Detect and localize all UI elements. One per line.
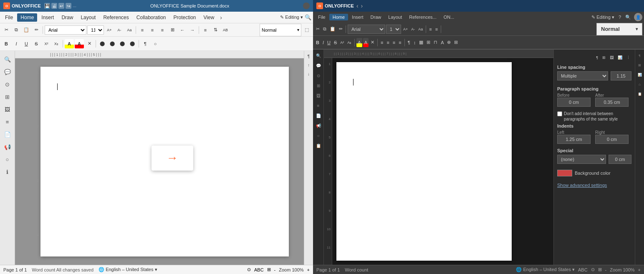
r-comment-sidebar[interactable]: 💬 xyxy=(314,61,323,70)
r-header-sidebar[interactable]: ≡ xyxy=(314,101,323,110)
align-center-button[interactable]: ⬤ xyxy=(108,39,117,48)
menu-references[interactable]: References xyxy=(100,13,132,22)
r-menu-home[interactable]: Home xyxy=(329,14,348,20)
speaker-button[interactable]: 📢 xyxy=(3,142,13,152)
r-menu-insert[interactable]: Insert xyxy=(349,14,367,20)
r-image-sidebar[interactable]: 🖼 xyxy=(314,91,323,100)
r-sub-button[interactable]: A₂ xyxy=(346,38,353,47)
image-button[interactable]: 🖼 xyxy=(3,104,13,114)
r-font-color-button[interactable]: A xyxy=(363,38,369,47)
search-button[interactable]: 🔍 xyxy=(305,14,311,20)
r-menu-draw[interactable]: Draw xyxy=(367,14,385,20)
r-menu-layout[interactable]: Layout xyxy=(385,14,405,20)
shapes-button[interactable]: ○ xyxy=(151,39,160,48)
view-mode-button[interactable]: ⊞ xyxy=(267,267,271,272)
r-drop-cap-btn[interactable]: A xyxy=(439,38,445,47)
table-settings-icon[interactable]: ⊞ xyxy=(601,53,607,62)
paragraph-marks-button[interactable]: ¶ xyxy=(141,39,150,48)
replace-button[interactable]: AB xyxy=(221,25,230,35)
selection-button[interactable]: ⬚ xyxy=(302,25,311,35)
r-size-inc[interactable]: A+ xyxy=(402,25,409,34)
r-track-sidebar[interactable]: ⊙ xyxy=(314,71,323,80)
paste-button[interactable]: 📋 xyxy=(22,25,31,35)
r-super-button[interactable]: A² xyxy=(339,38,345,47)
r-size-dec[interactable]: A- xyxy=(410,25,416,34)
r-strike-button[interactable]: S xyxy=(333,38,338,47)
numbered-list-button[interactable]: ≡ xyxy=(148,25,157,35)
decrease-indent-button[interactable]: ← xyxy=(178,25,187,35)
table-sidebar-button[interactable]: ⊞ xyxy=(3,92,13,102)
r-editing-button[interactable]: ✎ Editing ▾ xyxy=(590,13,616,22)
print-button[interactable]: 🖨 xyxy=(51,3,57,9)
r-bold-button[interactable]: B xyxy=(315,38,321,47)
menu-file[interactable]: File xyxy=(2,13,16,22)
save-button[interactable]: 💾 xyxy=(44,3,50,9)
r-doc-sidebar[interactable]: 📋 xyxy=(314,141,323,150)
zoom-button[interactable]: - xyxy=(274,267,276,272)
r-clear-button[interactable]: ✕ xyxy=(369,38,376,47)
r-align-left[interactable]: ≡ xyxy=(379,38,384,47)
shape-sidebar-button[interactable]: ○ xyxy=(3,154,13,164)
underline-button[interactable]: U xyxy=(22,39,31,48)
r-cut-button[interactable]: ✂ xyxy=(315,25,321,34)
r-table-sidebar[interactable]: ⊞ xyxy=(314,81,323,90)
more-settings-icon[interactable]: ⋮ xyxy=(625,53,631,62)
r-zoom-in-btn[interactable]: + xyxy=(638,267,641,272)
track-changes-status[interactable]: ⊙ xyxy=(247,267,251,272)
font-size-dec-button[interactable]: A- xyxy=(115,25,124,35)
r-zoom-out-btn[interactable]: - xyxy=(605,267,607,272)
scroll-down[interactable]: ↓ xyxy=(305,70,313,78)
section-button[interactable]: 📄 xyxy=(3,129,13,139)
header-footer-button[interactable]: ≡ xyxy=(3,117,13,127)
r-style-box[interactable]: Normal ▾ xyxy=(596,23,642,35)
r-italic-button[interactable]: I xyxy=(321,38,325,47)
fr-icon3[interactable]: 📊 xyxy=(636,70,644,79)
right-page-area[interactable] xyxy=(332,58,553,265)
font-color-button[interactable]: A xyxy=(75,39,84,48)
r-align-center[interactable]: ≡ xyxy=(385,38,390,47)
search-sidebar-button[interactable]: 🔍 xyxy=(3,54,13,64)
line-spacing-type-select[interactable]: Multiple xyxy=(557,71,608,80)
r-extra-btn[interactable]: ⊕ xyxy=(446,38,452,47)
before-value-input[interactable] xyxy=(557,98,591,107)
right-page[interactable] xyxy=(336,62,512,261)
fr-icon1[interactable]: ¶ xyxy=(636,51,644,60)
fr-icon4[interactable]: ⌂ xyxy=(636,80,644,88)
table-button[interactable]: ⊞ xyxy=(168,25,177,35)
bg-color-button[interactable] xyxy=(557,170,572,176)
bold-button[interactable]: B xyxy=(2,39,11,48)
line-spacing-value-input[interactable] xyxy=(611,71,631,80)
r-case-btn[interactable]: Aa xyxy=(417,25,424,34)
paragraph-mark-button[interactable]: ¶ xyxy=(305,53,313,60)
info-button[interactable]: ℹ xyxy=(3,167,13,177)
clear-format-button[interactable]: ✕ xyxy=(85,39,94,48)
show-advanced-link[interactable]: Show advanced settings xyxy=(557,182,631,188)
r-menu-on[interactable]: ON... xyxy=(440,14,458,20)
language-selector[interactable]: 🌐 English – United States ▾ xyxy=(98,267,157,272)
para-settings-icon[interactable]: ¶ xyxy=(595,53,599,62)
strikethrough-button[interactable]: S xyxy=(32,39,41,48)
r-spell-button[interactable]: ABC xyxy=(578,267,588,272)
italic-button[interactable]: I xyxy=(12,39,21,48)
cut-button[interactable]: ✂ xyxy=(2,25,11,35)
nav-forward-button[interactable]: › xyxy=(361,3,363,9)
r-line-spacing-btn[interactable]: ↕ xyxy=(412,38,417,47)
redo-button[interactable]: ↪ xyxy=(66,3,71,9)
indent-right-input[interactable] xyxy=(595,135,629,144)
case-button[interactable]: Aa xyxy=(125,25,134,35)
r-bullet-list[interactable]: ≡ xyxy=(428,25,433,34)
align-justify-button[interactable]: ⬤ xyxy=(128,39,137,48)
r-avatar[interactable]: 👤 xyxy=(634,13,642,21)
r-borders-btn[interactable]: ⊞ xyxy=(425,38,432,47)
menu-overflow[interactable]: › xyxy=(218,14,224,21)
after-value-input[interactable] xyxy=(595,98,629,107)
r-shape-sidebar[interactable]: ○ xyxy=(314,131,323,140)
r-format-paint-button[interactable]: ✏ xyxy=(338,25,344,34)
fr-icon5[interactable]: 📋 xyxy=(636,90,644,98)
sort-button[interactable]: ⇅ xyxy=(211,25,220,35)
editing-button[interactable]: ✎ Editing ▾ xyxy=(280,15,303,20)
comment-button[interactable]: 💬 xyxy=(3,67,13,77)
r-shading-btn[interactable]: ▦ xyxy=(418,38,424,47)
r-search-sidebar[interactable]: 🔍 xyxy=(314,51,323,60)
bullet-list-button[interactable]: ≡ xyxy=(138,25,147,35)
